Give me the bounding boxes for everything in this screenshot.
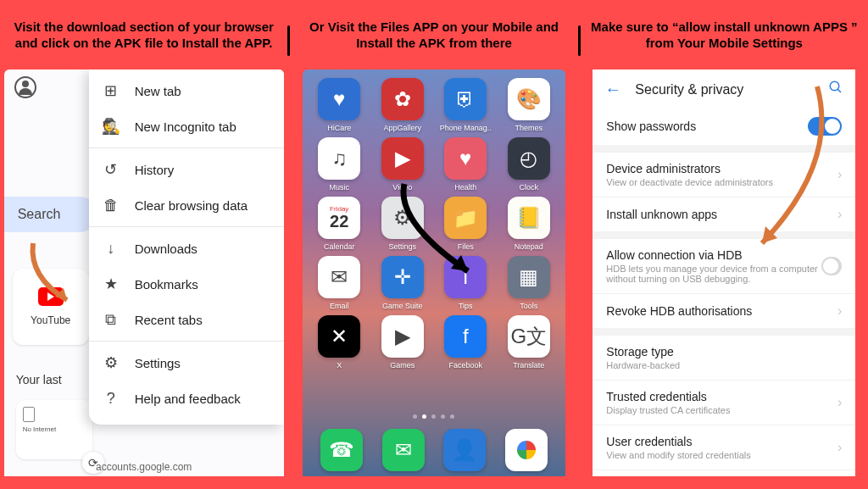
- setting-title: Show passwords: [606, 119, 696, 133]
- app-appgallery[interactable]: ✿AppGallery: [372, 78, 432, 132]
- menu-new-tab[interactable]: ⊞New tab: [89, 73, 284, 108]
- app-icon: 📒: [508, 197, 550, 239]
- setting-subtitle: HDB lets you manage your device from a c…: [606, 264, 821, 284]
- chevron-right-icon: ›: [837, 167, 842, 182]
- app-label: Calendar: [324, 242, 355, 251]
- no-internet-card[interactable]: No Internet: [16, 400, 92, 459]
- menu-item-label: Clear browsing data: [135, 198, 248, 213]
- svg-point-0: [831, 81, 840, 91]
- app-label: Email: [330, 302, 349, 310]
- dock: ☎✉👤: [303, 429, 565, 471]
- app-icon: ♥: [318, 78, 360, 120]
- menu-history[interactable]: ↺History: [89, 152, 284, 187]
- caption-3: Make sure to “allow install unknown APPS…: [584, 5, 865, 66]
- setting-trusted-credentials[interactable]: Trusted credentialsDisplay trusted CA ce…: [593, 380, 855, 425]
- setting-subtitle: View and modify stored credentials: [606, 450, 750, 460]
- app-music[interactable]: ♫Music: [309, 137, 370, 192]
- menu-item-label: Bookmarks: [135, 277, 198, 292]
- browser-screenshot: Search YouTube Your last No Internet ⊞Ne…: [4, 69, 284, 476]
- search-bar[interactable]: Search: [4, 197, 97, 232]
- chevron-right-icon: ›: [837, 440, 842, 455]
- app-label: Files: [458, 242, 474, 251]
- downloads-icon: ↓: [103, 240, 120, 257]
- app-video[interactable]: ▶Video: [372, 137, 432, 192]
- setting-install-from-sd-card[interactable]: Install from SD cardInstall certificates…: [593, 470, 855, 476]
- setting-revoke-hdb-authorisations[interactable]: Revoke HDB authorisations›: [593, 293, 855, 328]
- app-icon: 🎨: [508, 78, 550, 120]
- setting-title: Allow connection via HDB: [606, 248, 821, 262]
- app-hicare[interactable]: ♥HiCare: [309, 78, 370, 132]
- dock-app[interactable]: ☎: [320, 429, 363, 471]
- menu-help-and-feedback[interactable]: ?Help and feedback: [89, 381, 284, 416]
- app-label: Settings: [388, 242, 416, 251]
- setting-title: User credentials: [606, 435, 750, 448]
- setting-subtitle: Hardware-backed: [606, 360, 680, 370]
- page-indicator: [303, 414, 565, 419]
- app-label: Games: [390, 361, 415, 370]
- app-label: Notepad: [515, 242, 543, 251]
- menu-bookmarks[interactable]: ★Bookmarks: [89, 266, 284, 302]
- menu-item-label: Downloads: [135, 242, 198, 256]
- app-notepad[interactable]: 📒Notepad: [498, 197, 559, 251]
- app-label: Facebook: [448, 361, 482, 370]
- dock-app[interactable]: [505, 429, 548, 471]
- app-tips[interactable]: iTips: [436, 256, 496, 310]
- setting-install-unknown-apps[interactable]: Install unknown apps›: [593, 197, 855, 231]
- app-health[interactable]: ♥Health: [436, 137, 496, 192]
- toggle[interactable]: [808, 117, 842, 136]
- app-facebook[interactable]: fFacebook: [436, 315, 496, 370]
- app-icon: ✿: [381, 78, 424, 120]
- caption-2: Or Visit the Files APP on your Mobile an…: [293, 5, 574, 66]
- menu-new-incognito-tab[interactable]: 🕵New Incognito tab: [89, 108, 284, 144]
- setting-title: Storage type: [606, 345, 680, 358]
- app-icon: G文: [508, 315, 550, 358]
- clear-browsing-data-icon: 🗑: [103, 197, 120, 214]
- app-icon: f: [444, 315, 487, 358]
- back-button[interactable]: ←: [604, 80, 621, 99]
- chevron-right-icon: ›: [837, 303, 842, 319]
- settings-icon: ⚙: [103, 354, 120, 371]
- last-visit-label: Your last: [16, 373, 62, 386]
- setting-allow-connection-via-hdb[interactable]: Allow connection via HDBHDB lets you man…: [593, 238, 855, 293]
- app-themes[interactable]: 🎨Themes: [498, 78, 559, 132]
- setting-storage-type[interactable]: Storage typeHardware-backed: [593, 335, 855, 380]
- app-icon: ▶: [381, 137, 424, 180]
- search-icon[interactable]: [828, 80, 843, 99]
- app-icon: ✛: [381, 256, 424, 298]
- menu-item-label: New tab: [135, 84, 181, 98]
- menu-item-label: Settings: [135, 356, 181, 370]
- app-tools[interactable]: ▦Tools: [498, 256, 559, 310]
- app-game-suite[interactable]: ✛Game Suite: [372, 256, 432, 310]
- menu-settings[interactable]: ⚙Settings: [89, 345, 284, 381]
- setting-show-passwords[interactable]: Show passwords: [593, 108, 855, 145]
- app-phone-manag-[interactable]: ⛨Phone Manag..: [436, 78, 496, 132]
- youtube-shortcut[interactable]: YouTube: [13, 269, 89, 345]
- setting-user-credentials[interactable]: User credentialsView and modify stored c…: [593, 425, 855, 470]
- app-games[interactable]: ▶Games: [372, 315, 432, 370]
- app-icon: 📁: [444, 197, 487, 239]
- svg-line-1: [838, 89, 842, 92]
- app-translate[interactable]: G文Translate: [498, 315, 559, 370]
- setting-title: Install unknown apps: [606, 208, 717, 221]
- app-settings[interactable]: ⚙Settings: [372, 197, 432, 251]
- dock-app[interactable]: 👤: [443, 429, 486, 471]
- app-clock[interactable]: ◴Clock: [498, 137, 559, 192]
- chevron-right-icon: ›: [837, 207, 842, 222]
- avatar-icon[interactable]: [14, 76, 36, 98]
- app-calendar[interactable]: Friday22Calendar: [309, 197, 370, 251]
- app-label: Themes: [515, 124, 542, 132]
- history-icon: ↺: [103, 161, 120, 178]
- app-email[interactable]: ✉Email: [309, 256, 370, 310]
- dock-app[interactable]: ✉: [382, 429, 425, 471]
- app-label: Music: [329, 183, 349, 192]
- app-files[interactable]: 📁Files: [436, 197, 496, 251]
- setting-device-administrators[interactable]: Device administratorsView or deactivate …: [593, 152, 855, 197]
- app-label: Health: [454, 183, 476, 192]
- menu-recent-tabs[interactable]: ⧉Recent tabs: [89, 302, 284, 337]
- app-label: Tools: [520, 302, 537, 310]
- toggle[interactable]: [821, 257, 842, 275]
- menu-downloads[interactable]: ↓Downloads: [89, 231, 284, 266]
- menu-clear-browsing-data[interactable]: 🗑Clear browsing data: [89, 187, 284, 223]
- bookmarks-icon: ★: [103, 275, 120, 292]
- app-x[interactable]: ✕X: [309, 315, 370, 370]
